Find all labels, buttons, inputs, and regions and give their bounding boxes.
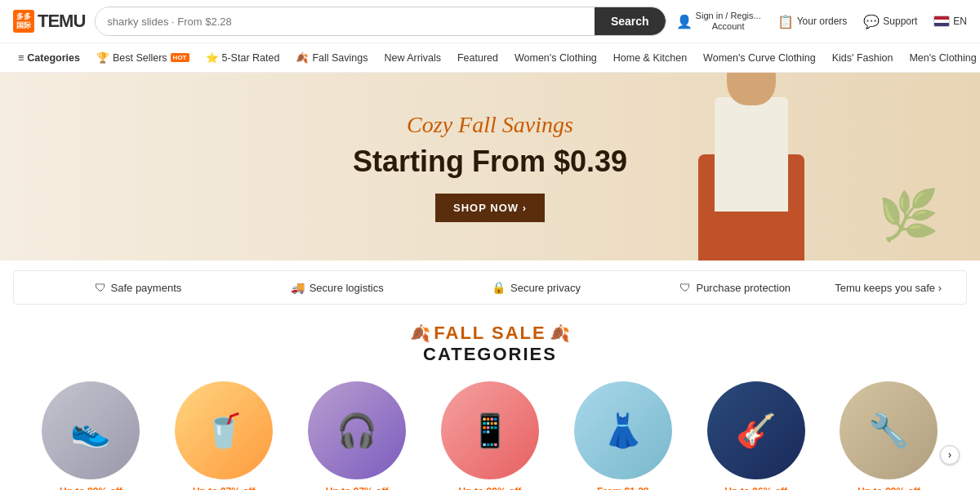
secure-logistics-label: Secure logistics	[310, 282, 384, 294]
discount-label-6: Up to 99% off	[858, 486, 920, 490]
orders-label: Your orders	[797, 16, 848, 27]
discount-label-4: From $1.28	[597, 486, 648, 490]
discount-label-2: Up to 97% off	[326, 486, 389, 490]
category-card-0[interactable]: 👟Up to 99% offWomen's Shoes	[29, 381, 152, 490]
womens-clothing-label: Women's Clothing	[514, 52, 597, 64]
category-card-4[interactable]: 👗From $1.28Women's Curve Clothing	[562, 381, 684, 490]
trust-safe-payments: 🛡 Safe payments	[38, 281, 238, 294]
fall-sale-header: 🍂 FALL SALE 🍂 CATEGORIES	[16, 323, 964, 365]
account-action[interactable]: 👤 Sign in / Regis...Account	[676, 11, 761, 32]
category-circle-6: 🔧	[840, 381, 938, 479]
category-circle-3: 📱	[441, 381, 539, 479]
fall-emoji-left: 🍂	[410, 324, 430, 342]
nav-kids-fashion[interactable]: Kids' Fashion	[824, 43, 902, 73]
categories-icon: ≡	[18, 52, 24, 64]
safe-payments-label: Safe payments	[111, 282, 182, 294]
discount-label-5: Up to 96% off	[724, 486, 787, 490]
fall-sale-line1: FALL SALE	[434, 323, 546, 343]
protection-icon: 🛡	[679, 281, 691, 294]
hero-banner: Cozy Fall Savings Starting From $0.39 SH…	[0, 73, 980, 261]
language-action[interactable]: EN	[933, 16, 967, 27]
trophy-icon: 🏆	[96, 51, 109, 64]
shop-now-button[interactable]: SHOP NOW ›	[435, 194, 545, 222]
search-bar: Search	[95, 7, 666, 36]
fall-savings-label: Fall Savings	[312, 52, 368, 64]
home-kitchen-label: Home & Kitchen	[613, 52, 687, 64]
secure-privacy-label: Secure privacy	[510, 282, 581, 294]
lang-label: EN	[953, 16, 967, 27]
hot-badge: HOT	[171, 53, 189, 62]
logo[interactable]: 多多国际 TEMU	[13, 10, 85, 33]
discount-label-3: Up to 99% off	[459, 486, 522, 490]
new-arrivals-label: New Arrivals	[384, 52, 440, 64]
discount-label-1: Up to 97% off	[193, 486, 256, 490]
nav-5star[interactable]: ⭐ 5-Star Rated	[198, 43, 288, 73]
nav-categories[interactable]: ≡ Categories	[10, 43, 88, 73]
category-circle-4: 👗	[574, 381, 672, 479]
category-circle-2: 🎧	[308, 381, 406, 479]
trust-secure-logistics: 🚚 Secure logistics	[238, 281, 437, 294]
support-action[interactable]: 💬 Support	[863, 14, 917, 29]
header-actions: 👤 Sign in / Regis...Account 📋 Your order…	[676, 11, 967, 32]
orders-action[interactable]: 📋 Your orders	[777, 14, 848, 29]
fall-sale-title-row: 🍂 FALL SALE 🍂	[16, 323, 964, 344]
leaf-decor: 🌿	[878, 186, 939, 244]
nav-best-sellers[interactable]: 🏆 Best Sellers HOT	[88, 43, 198, 73]
trust-purchase-protection: 🛡 Purchase protection	[635, 281, 835, 294]
support-label: Support	[883, 16, 917, 27]
fall-sale-line2: CATEGORIES	[16, 344, 964, 365]
trust-link[interactable]: Temu keeps you safe ›	[835, 282, 942, 294]
kids-fashion-label: Kids' Fashion	[832, 52, 893, 64]
lock-icon: 🔒	[492, 281, 506, 294]
leaf-icon: 🍂	[296, 51, 309, 64]
category-card-6[interactable]: 🔧Up to 99% offIndustrial & Commercial	[827, 381, 950, 490]
nav-womens-curve[interactable]: Women's Curve Clothing	[695, 43, 824, 73]
fall-emoji-right: 🍂	[550, 324, 570, 342]
category-circle-5: 🎸	[707, 381, 805, 479]
scroll-right-arrow[interactable]: ›	[940, 445, 960, 465]
search-button[interactable]: Search	[595, 7, 666, 35]
category-circle-0: 👟	[42, 381, 140, 479]
flag-icon	[933, 16, 950, 27]
support-icon: 💬	[863, 14, 880, 29]
categories-row: 👟Up to 99% offWomen's Shoes🥤Up to 97% of…	[16, 381, 964, 490]
5star-label: 5-Star Rated	[222, 52, 280, 64]
trust-secure-privacy: 🔒 Secure privacy	[437, 281, 636, 294]
womens-curve-label: Women's Curve Clothing	[703, 52, 816, 64]
account-icon: 👤	[676, 14, 693, 29]
header: 多多国际 TEMU Search 👤 Sign in / Regis...Acc…	[0, 0, 980, 43]
nav-featured[interactable]: Featured	[449, 43, 506, 73]
banner-title: Starting From $0.39	[98, 145, 882, 179]
account-label: Sign in / Regis...Account	[696, 11, 761, 32]
star-icon: ⭐	[206, 51, 219, 64]
truck-icon: 🚚	[291, 281, 305, 294]
nav-mens-clothing[interactable]: Men's Clothing	[901, 43, 980, 73]
navbar: ≡ Categories 🏆 Best Sellers HOT ⭐ 5-Star…	[0, 43, 980, 73]
shield-icon: 🛡	[95, 281, 106, 294]
search-input[interactable]	[96, 7, 595, 35]
category-card-5[interactable]: 🎸Up to 96% offMusical Instruments	[695, 381, 817, 490]
categories-wrapper: 👟Up to 99% offWomen's Shoes🥤Up to 97% of…	[16, 381, 964, 490]
categories-label: Categories	[27, 52, 80, 64]
fall-sale-section: 🍂 FALL SALE 🍂 CATEGORIES 👟Up to 99% offW…	[0, 314, 980, 490]
featured-label: Featured	[457, 52, 498, 64]
category-card-2[interactable]: 🎧Up to 97% offElectronics	[296, 381, 418, 490]
category-card-3[interactable]: 📱Up to 99% offCell Phones & Accessories	[429, 381, 551, 490]
purchase-protection-label: Purchase protection	[696, 282, 791, 294]
category-circle-1: 🥤	[175, 381, 273, 479]
banner-subtitle: Cozy Fall Savings	[98, 112, 882, 138]
best-sellers-label: Best Sellers	[113, 52, 167, 64]
category-card-1[interactable]: 🥤Up to 97% offAppliances	[163, 381, 285, 490]
discount-label-0: Up to 99% off	[60, 486, 122, 490]
logo-icon: 多多国际	[13, 10, 34, 33]
nav-home-kitchen[interactable]: Home & Kitchen	[605, 43, 695, 73]
mens-clothing-label: Men's Clothing	[909, 52, 976, 64]
orders-icon: 📋	[777, 14, 794, 29]
nav-new-arrivals[interactable]: New Arrivals	[376, 43, 448, 73]
nav-fall-savings[interactable]: 🍂 Fall Savings	[287, 43, 376, 73]
trust-bar: 🛡 Safe payments 🚚 Secure logistics 🔒 Sec…	[13, 270, 967, 305]
logo-text: TEMU	[38, 11, 85, 32]
nav-womens-clothing[interactable]: Women's Clothing	[506, 43, 605, 73]
banner-content: Cozy Fall Savings Starting From $0.39 SH…	[98, 112, 882, 222]
